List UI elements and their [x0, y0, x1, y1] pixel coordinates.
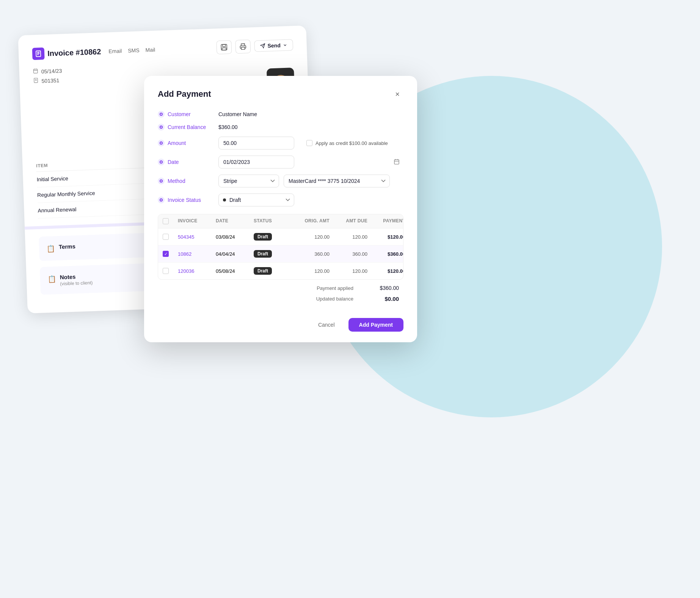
invoice-num-2[interactable]: 10862 [178, 251, 216, 257]
calendar-icon [394, 159, 400, 166]
amt-due-3: 120.00 [330, 268, 367, 274]
invoice-list: Invoice Date Status Orig. Amt Amt Due Pa… [158, 214, 403, 280]
credit-checkbox[interactable] [306, 140, 312, 146]
invoice-title-row: Invoice #10862 Email SMS Mail [32, 44, 155, 60]
col-date: Date [216, 218, 254, 224]
col-status: Status [254, 218, 292, 224]
col-amt-due: Amt Due [330, 218, 367, 224]
invoice-nav-links: Email SMS Mail [108, 47, 155, 54]
date-input-wrapper [218, 156, 403, 168]
invoice-num-1[interactable]: 504345 [178, 234, 216, 240]
checkbox-3[interactable] [163, 268, 178, 274]
invoice-list-header: Invoice Date Status Orig. Amt Amt Due Pa… [158, 214, 403, 228]
invoice-row-1: 504345 03/08/24 Draft 120.00 120.00 $120… [158, 228, 403, 245]
status-select[interactable]: Draft [218, 194, 294, 206]
balance-value: $360.00 [218, 124, 403, 130]
date-1: 03/08/24 [216, 234, 254, 240]
col-check [163, 218, 178, 224]
terms-label: Terms [59, 243, 75, 250]
nav-mail[interactable]: Mail [145, 47, 155, 53]
notes-icon: 📋 [48, 275, 57, 283]
balance-label: Current Balance [158, 124, 218, 131]
amt-due-2: 360.00 [330, 251, 367, 257]
orig-amt-1: 120.00 [292, 234, 330, 240]
svg-rect-6 [222, 48, 226, 50]
method-selects: Stripe MasterCard **** 3775 10/2024 [218, 175, 403, 187]
modal-header: Add Payment × [158, 88, 403, 100]
orig-amt-3: 120.00 [292, 268, 330, 274]
svg-rect-17 [394, 159, 399, 164]
save-button[interactable] [216, 40, 232, 54]
amount-row: Amount Apply as credit $100.00 available [158, 137, 403, 150]
payment-1: $120.00 [367, 234, 403, 240]
add-payment-button[interactable]: Add Payment [348, 318, 403, 332]
svg-rect-7 [241, 47, 245, 49]
payment-2: $360.00 [367, 251, 403, 257]
orig-amt-2: 360.00 [292, 251, 330, 257]
svg-rect-5 [223, 44, 226, 47]
doc-icon [33, 78, 39, 84]
credit-row: Apply as credit $100.00 available [306, 140, 388, 146]
status-label: Invoice Status [158, 197, 218, 203]
close-button[interactable]: × [391, 88, 403, 100]
svg-rect-10 [33, 69, 38, 73]
invoice-num-3[interactable]: 120036 [178, 268, 216, 274]
notes-label: Notes [60, 273, 93, 280]
terms-icon: 📋 [47, 244, 55, 253]
payment-applied-row: Payment applied $360.00 [162, 283, 399, 293]
col-invoice: Invoice [178, 218, 216, 224]
status-badge-1: Draft [254, 233, 272, 241]
updated-balance-row: Updated balance $0.00 [162, 293, 399, 304]
status-badge-2: Draft [254, 250, 272, 258]
date-3: 05/08/24 [216, 268, 254, 274]
payment-3: $120.00 [367, 268, 403, 274]
amount-input[interactable] [218, 137, 294, 150]
method-row: Method Stripe MasterCard **** 3775 10/20… [158, 175, 403, 187]
status-badge-3: Draft [254, 267, 272, 275]
status-select-wrapper: Draft [218, 194, 403, 206]
summary-section: Payment applied $360.00 Updated balance … [158, 283, 403, 304]
updated-balance-label: Updated balance [162, 296, 353, 302]
credit-label: Apply as credit $100.00 available [315, 140, 388, 146]
amount-label: Amount [158, 140, 218, 146]
invoice-date: 05/14/23 [41, 68, 62, 74]
balance-row: Current Balance $360.00 [158, 124, 403, 131]
invoice-header: Invoice #10862 Email SMS Mail [32, 38, 293, 61]
checkbox-1[interactable] [163, 234, 178, 240]
nav-email[interactable]: Email [108, 48, 122, 54]
send-button[interactable]: Send [254, 39, 293, 52]
modal-footer: Cancel Add Payment [158, 312, 403, 332]
date-input[interactable] [218, 156, 294, 168]
invoice-toolbar: Send [216, 38, 293, 54]
card-select[interactable]: MasterCard **** 3775 10/2024 [284, 175, 390, 187]
date-label: Date [158, 159, 218, 165]
invoice-title: Invoice #10862 [47, 47, 101, 58]
add-payment-modal: Add Payment × Customer Customer Name Cur… [144, 76, 417, 342]
print-button[interactable] [235, 39, 251, 54]
invoice-row-2: ✓ 10862 04/04/24 Draft 360.00 360.00 $36… [158, 245, 403, 263]
cancel-button[interactable]: Cancel [309, 318, 344, 332]
invoice-doc-number: 501351 [41, 77, 59, 84]
payment-applied-value: $360.00 [361, 285, 399, 291]
nav-sms[interactable]: SMS [128, 47, 140, 54]
col-payment: Payment [367, 218, 403, 224]
modal-title: Add Payment [158, 89, 211, 99]
payment-applied-label: Payment applied [162, 285, 353, 291]
date-2: 04/04/24 [216, 251, 254, 257]
method-select[interactable]: Stripe [218, 175, 279, 187]
invoice-row-3: 120036 05/08/24 Draft 120.00 120.00 $120… [158, 263, 403, 279]
checkbox-2[interactable]: ✓ [163, 251, 178, 257]
status-dot [223, 198, 226, 201]
col-orig-amt: Orig. Amt [292, 218, 330, 224]
invoice-icon [32, 47, 45, 60]
updated-balance-value: $0.00 [361, 296, 399, 302]
customer-label: Customer [158, 111, 218, 118]
date-icon [33, 68, 38, 75]
date-row: Date [158, 156, 403, 168]
status-row: Invoice Status Draft [158, 194, 403, 206]
method-label: Method [158, 178, 218, 184]
notes-sublabel: (visible to client) [60, 280, 93, 286]
amt-due-1: 120.00 [330, 234, 367, 240]
customer-value: Customer Name [218, 111, 403, 117]
customer-row: Customer Customer Name [158, 111, 403, 118]
